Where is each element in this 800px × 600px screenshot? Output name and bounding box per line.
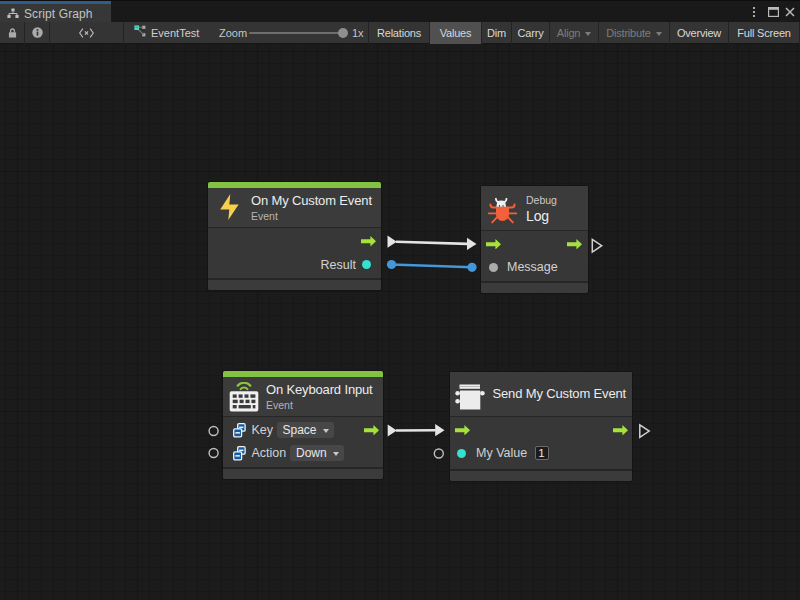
info-button[interactable] bbox=[25, 22, 49, 43]
tab-bar: Script Graph bbox=[0, 0, 800, 22]
custom-event-icon bbox=[454, 384, 486, 412]
align-button[interactable]: Align bbox=[549, 22, 598, 44]
node-header: On My Custom Event Event bbox=[208, 188, 381, 227]
node-body: Result bbox=[208, 227, 381, 278]
port-label: Result bbox=[321, 258, 356, 272]
button-label: Values bbox=[440, 27, 472, 39]
flow-output-port[interactable] bbox=[364, 425, 379, 436]
node-titles: On Keyboard Input Event bbox=[266, 382, 373, 411]
node-titles: Debug Log bbox=[526, 194, 557, 224]
maximize-icon[interactable] bbox=[768, 1, 784, 23]
tab-script-graph[interactable]: Script Graph bbox=[0, 1, 111, 23]
fullscreen-button[interactable]: Full Screen bbox=[728, 22, 800, 44]
graph-icon bbox=[134, 25, 146, 37]
close-icon[interactable] bbox=[785, 1, 799, 23]
chevron-down-icon bbox=[585, 32, 591, 36]
node-titles: On My Custom Event Event bbox=[251, 193, 372, 222]
kebab-menu-icon[interactable] bbox=[752, 1, 762, 23]
node-title: Log bbox=[526, 208, 557, 224]
value-input-field[interactable]: 1 bbox=[535, 446, 549, 460]
carry-button[interactable]: Carry bbox=[511, 22, 549, 44]
node-footer bbox=[223, 467, 383, 479]
node-debug-log[interactable]: Debug Log Message bbox=[481, 186, 588, 293]
button-label: Carry bbox=[518, 27, 544, 39]
button-label: Distribute bbox=[606, 27, 650, 39]
flow-output-port[interactable] bbox=[613, 425, 628, 436]
node-subtitle: Event bbox=[251, 210, 372, 222]
node-on-my-custom-event[interactable]: On My Custom Event Event Result bbox=[208, 182, 381, 290]
button-label: Full Screen bbox=[737, 27, 790, 39]
zoom-label: Zoom bbox=[219, 27, 247, 39]
zoom-slider-thumb[interactable] bbox=[338, 28, 348, 38]
node-footer bbox=[481, 281, 588, 293]
node-footer bbox=[450, 469, 632, 481]
port-row: My Value 1 bbox=[450, 442, 632, 465]
inline-value-icon bbox=[233, 446, 246, 461]
node-title: Send My Custom Event bbox=[493, 386, 627, 401]
chevron-down-icon bbox=[656, 32, 662, 36]
value-output-port[interactable] bbox=[362, 260, 371, 269]
flow-output-port[interactable] bbox=[567, 239, 582, 250]
graph-name: EventTest bbox=[151, 27, 199, 39]
code-icon bbox=[79, 28, 94, 38]
zoom-slider-track[interactable] bbox=[249, 32, 345, 34]
lock-button[interactable] bbox=[0, 22, 24, 43]
distribute-button[interactable]: Distribute bbox=[598, 22, 669, 44]
node-header: Debug Log bbox=[481, 186, 588, 230]
port-row bbox=[481, 233, 588, 256]
button-label: Align bbox=[557, 27, 580, 39]
dim-button[interactable]: Dim bbox=[481, 22, 511, 44]
action-dropdown[interactable]: Down bbox=[290, 445, 344, 461]
button-label: Overview bbox=[677, 27, 721, 39]
node-supertitle: Debug bbox=[526, 194, 557, 206]
port-label: My Value bbox=[476, 446, 527, 460]
node-header: Send My Custom Event bbox=[450, 372, 632, 416]
relations-button[interactable]: Relations bbox=[368, 22, 429, 44]
node-titles: Send My Custom Event bbox=[493, 386, 627, 401]
graph-hierarchy-icon bbox=[7, 8, 19, 19]
toolbar-buttons: Relations Values Dim Carry Align Distrib… bbox=[368, 22, 800, 44]
node-on-keyboard-input[interactable]: On Keyboard Input Event Key Space bbox=[223, 371, 383, 479]
node-body: Message bbox=[481, 230, 588, 281]
flow-input-port[interactable] bbox=[486, 239, 501, 250]
port-row bbox=[208, 230, 381, 253]
port-label: Message bbox=[507, 260, 558, 274]
node-title: On My Custom Event bbox=[251, 193, 372, 208]
port-row: Key Space bbox=[223, 419, 383, 442]
unity-script-graph-window: Script Graph bbox=[0, 0, 800, 600]
flow-input-port[interactable] bbox=[455, 425, 470, 436]
chevron-down-icon bbox=[323, 429, 329, 433]
chevron-down-icon bbox=[333, 452, 339, 456]
button-label: Relations bbox=[377, 27, 421, 39]
node-body: My Value 1 bbox=[450, 416, 632, 469]
bug-icon bbox=[488, 198, 518, 224]
tab-label: Script Graph bbox=[24, 7, 93, 21]
graph-toolbar: EventTest Zoom 1x Relations Values Dim C… bbox=[0, 22, 800, 44]
dropdown-value: Space bbox=[283, 423, 317, 437]
node-send-my-custom-event[interactable]: Send My Custom Event My Value 1 bbox=[450, 372, 632, 481]
node-body: Key Space Action Down bbox=[223, 416, 383, 467]
port-label: Key bbox=[252, 423, 274, 437]
value-input-port[interactable] bbox=[489, 263, 498, 272]
port-row bbox=[450, 419, 632, 442]
graph-breadcrumb[interactable]: EventTest bbox=[124, 22, 207, 43]
code-preview-button[interactable] bbox=[50, 22, 123, 43]
values-button[interactable]: Values bbox=[429, 22, 481, 44]
value-input-port[interactable] bbox=[457, 449, 466, 458]
port-label: Action bbox=[252, 446, 287, 460]
node-subtitle: Event bbox=[266, 399, 373, 411]
graph-canvas[interactable] bbox=[0, 44, 800, 600]
inline-value-icon bbox=[233, 423, 246, 438]
port-row: Action Down bbox=[223, 442, 383, 465]
dropdown-value: Down bbox=[296, 446, 327, 460]
info-icon bbox=[32, 27, 43, 38]
key-dropdown[interactable]: Space bbox=[277, 422, 334, 438]
node-footer bbox=[208, 278, 381, 290]
overview-button[interactable]: Overview bbox=[669, 22, 728, 44]
button-label: Dim bbox=[487, 27, 506, 39]
port-row: Message bbox=[481, 256, 588, 279]
lightning-bolt-icon bbox=[220, 194, 239, 220]
keyboard-icon bbox=[229, 382, 259, 412]
flow-output-port[interactable] bbox=[361, 236, 376, 247]
lock-icon bbox=[8, 28, 17, 38]
